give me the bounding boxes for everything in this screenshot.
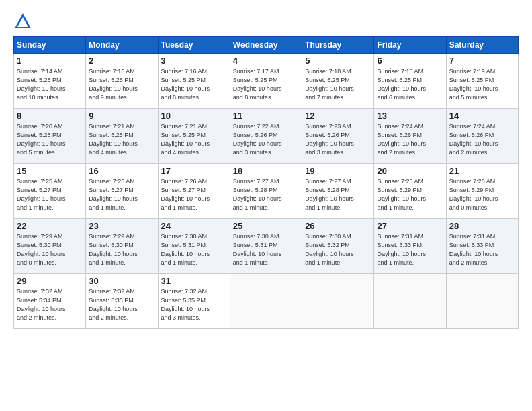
day-cell: 16Sunrise: 7:25 AM Sunset: 5:27 PM Dayli… (86, 164, 158, 219)
week-row-5: 29Sunrise: 7:32 AM Sunset: 5:34 PM Dayli… (14, 274, 519, 329)
day-number: 16 (89, 166, 154, 176)
weekday-sunday: Sunday (14, 37, 86, 54)
day-cell: 1Sunrise: 7:14 AM Sunset: 5:25 PM Daylig… (14, 54, 86, 109)
day-cell: 9Sunrise: 7:21 AM Sunset: 5:25 PM Daylig… (86, 109, 158, 164)
day-number: 3 (161, 56, 227, 66)
day-number: 1 (17, 56, 83, 66)
week-row-4: 22Sunrise: 7:29 AM Sunset: 5:30 PM Dayli… (14, 219, 519, 274)
day-cell: 15Sunrise: 7:25 AM Sunset: 5:27 PM Dayli… (14, 164, 86, 219)
day-info: Sunrise: 7:22 AM Sunset: 5:26 PM Dayligh… (233, 122, 299, 157)
day-number: 6 (377, 56, 443, 66)
day-number: 11 (233, 111, 299, 121)
week-row-1: 1Sunrise: 7:14 AM Sunset: 5:25 PM Daylig… (14, 54, 519, 109)
day-cell (446, 274, 518, 329)
day-info: Sunrise: 7:28 AM Sunset: 5:29 PM Dayligh… (449, 177, 515, 212)
day-info: Sunrise: 7:32 AM Sunset: 5:34 PM Dayligh… (17, 287, 83, 322)
day-number: 9 (89, 111, 154, 121)
day-number: 22 (17, 221, 83, 231)
day-cell: 6Sunrise: 7:18 AM Sunset: 5:25 PM Daylig… (374, 54, 446, 109)
weekday-thursday: Thursday (302, 37, 374, 54)
day-cell: 10Sunrise: 7:21 AM Sunset: 5:25 PM Dayli… (158, 109, 230, 164)
day-number: 26 (305, 221, 371, 231)
day-info: Sunrise: 7:19 AM Sunset: 5:25 PM Dayligh… (449, 67, 515, 102)
calendar: SundayMondayTuesdayWednesdayThursdayFrid… (13, 36, 519, 329)
day-cell: 21Sunrise: 7:28 AM Sunset: 5:29 PM Dayli… (446, 164, 518, 219)
day-info: Sunrise: 7:18 AM Sunset: 5:25 PM Dayligh… (305, 67, 371, 102)
day-cell: 13Sunrise: 7:24 AM Sunset: 5:26 PM Dayli… (374, 109, 446, 164)
day-info: Sunrise: 7:29 AM Sunset: 5:30 PM Dayligh… (89, 232, 154, 267)
header (13, 12, 519, 31)
day-cell (302, 274, 374, 329)
logo (13, 12, 35, 31)
day-number: 2 (89, 56, 154, 66)
day-number: 31 (161, 276, 227, 286)
day-number: 21 (449, 166, 515, 176)
day-info: Sunrise: 7:27 AM Sunset: 5:28 PM Dayligh… (305, 177, 371, 212)
day-info: Sunrise: 7:15 AM Sunset: 5:25 PM Dayligh… (89, 67, 154, 102)
day-info: Sunrise: 7:27 AM Sunset: 5:28 PM Dayligh… (233, 177, 299, 212)
weekday-monday: Monday (86, 37, 158, 54)
calendar-header: SundayMondayTuesdayWednesdayThursdayFrid… (14, 37, 519, 54)
week-row-2: 8Sunrise: 7:20 AM Sunset: 5:25 PM Daylig… (14, 109, 519, 164)
day-info: Sunrise: 7:26 AM Sunset: 5:27 PM Dayligh… (161, 177, 227, 212)
day-number: 27 (377, 221, 443, 231)
weekday-saturday: Saturday (446, 37, 518, 54)
week-row-3: 15Sunrise: 7:25 AM Sunset: 5:27 PM Dayli… (14, 164, 519, 219)
logo-icon (13, 12, 32, 31)
weekday-wednesday: Wednesday (230, 37, 302, 54)
day-number: 13 (377, 111, 443, 121)
day-cell: 18Sunrise: 7:27 AM Sunset: 5:28 PM Dayli… (230, 164, 302, 219)
page: SundayMondayTuesdayWednesdayThursdayFrid… (0, 0, 532, 336)
day-number: 15 (17, 166, 83, 176)
day-number: 24 (161, 221, 227, 231)
day-cell: 4Sunrise: 7:17 AM Sunset: 5:25 PM Daylig… (230, 54, 302, 109)
day-cell: 20Sunrise: 7:28 AM Sunset: 5:29 PM Dayli… (374, 164, 446, 219)
day-number: 17 (161, 166, 227, 176)
day-number: 8 (17, 111, 83, 121)
day-info: Sunrise: 7:30 AM Sunset: 5:31 PM Dayligh… (233, 232, 299, 267)
day-info: Sunrise: 7:17 AM Sunset: 5:25 PM Dayligh… (233, 67, 299, 102)
day-info: Sunrise: 7:29 AM Sunset: 5:30 PM Dayligh… (17, 232, 83, 267)
day-cell: 27Sunrise: 7:31 AM Sunset: 5:33 PM Dayli… (374, 219, 446, 274)
day-info: Sunrise: 7:32 AM Sunset: 5:35 PM Dayligh… (161, 287, 227, 322)
day-cell: 7Sunrise: 7:19 AM Sunset: 5:25 PM Daylig… (446, 54, 518, 109)
day-number: 7 (449, 56, 515, 66)
day-info: Sunrise: 7:16 AM Sunset: 5:25 PM Dayligh… (161, 67, 227, 102)
day-number: 23 (89, 221, 154, 231)
day-cell: 8Sunrise: 7:20 AM Sunset: 5:25 PM Daylig… (14, 109, 86, 164)
day-cell: 12Sunrise: 7:23 AM Sunset: 5:26 PM Dayli… (302, 109, 374, 164)
day-number: 20 (377, 166, 443, 176)
day-cell: 30Sunrise: 7:32 AM Sunset: 5:35 PM Dayli… (86, 274, 158, 329)
day-info: Sunrise: 7:31 AM Sunset: 5:33 PM Dayligh… (377, 232, 443, 267)
calendar-body: 1Sunrise: 7:14 AM Sunset: 5:25 PM Daylig… (14, 54, 519, 329)
day-number: 30 (89, 276, 154, 286)
day-cell: 17Sunrise: 7:26 AM Sunset: 5:27 PM Dayli… (158, 164, 230, 219)
day-cell: 23Sunrise: 7:29 AM Sunset: 5:30 PM Dayli… (86, 219, 158, 274)
day-info: Sunrise: 7:23 AM Sunset: 5:26 PM Dayligh… (305, 122, 371, 157)
day-info: Sunrise: 7:32 AM Sunset: 5:35 PM Dayligh… (89, 287, 154, 322)
day-cell: 2Sunrise: 7:15 AM Sunset: 5:25 PM Daylig… (86, 54, 158, 109)
day-number: 19 (305, 166, 371, 176)
day-number: 29 (17, 276, 83, 286)
day-info: Sunrise: 7:20 AM Sunset: 5:25 PM Dayligh… (17, 122, 83, 157)
weekday-friday: Friday (374, 37, 446, 54)
day-number: 4 (233, 56, 299, 66)
day-info: Sunrise: 7:30 AM Sunset: 5:32 PM Dayligh… (305, 232, 371, 267)
day-info: Sunrise: 7:14 AM Sunset: 5:25 PM Dayligh… (17, 67, 83, 102)
day-cell: 11Sunrise: 7:22 AM Sunset: 5:26 PM Dayli… (230, 109, 302, 164)
day-info: Sunrise: 7:24 AM Sunset: 5:26 PM Dayligh… (377, 122, 443, 157)
day-info: Sunrise: 7:18 AM Sunset: 5:25 PM Dayligh… (377, 67, 443, 102)
day-cell (374, 274, 446, 329)
day-number: 5 (305, 56, 371, 66)
day-number: 28 (449, 221, 515, 231)
day-number: 14 (449, 111, 515, 121)
day-info: Sunrise: 7:21 AM Sunset: 5:25 PM Dayligh… (89, 122, 154, 157)
day-info: Sunrise: 7:28 AM Sunset: 5:29 PM Dayligh… (377, 177, 443, 212)
day-info: Sunrise: 7:25 AM Sunset: 5:27 PM Dayligh… (89, 177, 154, 212)
day-cell: 26Sunrise: 7:30 AM Sunset: 5:32 PM Dayli… (302, 219, 374, 274)
weekday-tuesday: Tuesday (158, 37, 230, 54)
day-cell (230, 274, 302, 329)
day-cell: 22Sunrise: 7:29 AM Sunset: 5:30 PM Dayli… (14, 219, 86, 274)
weekday-header-row: SundayMondayTuesdayWednesdayThursdayFrid… (14, 37, 519, 54)
day-cell: 28Sunrise: 7:31 AM Sunset: 5:33 PM Dayli… (446, 219, 518, 274)
